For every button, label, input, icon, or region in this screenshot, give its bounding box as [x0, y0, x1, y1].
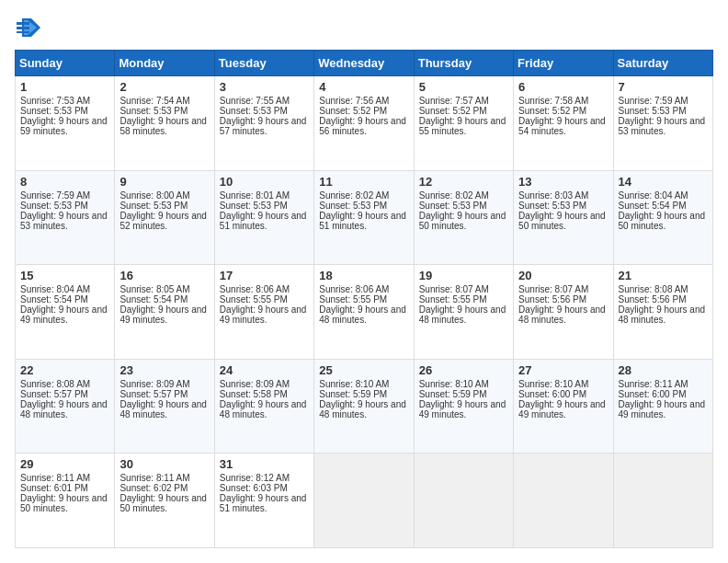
sunrise: Sunrise: 8:08 AM [20, 379, 90, 389]
calendar-cell: 6Sunrise: 7:58 AMSunset: 5:52 PMDaylight… [514, 76, 613, 171]
sunset: Sunset: 5:55 PM [319, 294, 387, 304]
calendar-cell: 8Sunrise: 7:59 AMSunset: 5:53 PMDaylight… [16, 170, 115, 265]
calendar-cell: 5Sunrise: 7:57 AMSunset: 5:52 PMDaylight… [414, 76, 513, 171]
sunset: Sunset: 5:57 PM [20, 389, 88, 399]
calendar-cell: 15Sunrise: 8:04 AMSunset: 5:54 PMDayligh… [16, 265, 115, 360]
weekday-header: Friday [514, 51, 613, 76]
calendar-cell: 10Sunrise: 8:01 AMSunset: 5:53 PMDayligh… [214, 170, 313, 265]
calendar-cell: 7Sunrise: 7:59 AMSunset: 5:53 PMDaylight… [613, 76, 712, 171]
day-number: 22 [20, 363, 109, 377]
sunset: Sunset: 5:59 PM [319, 389, 387, 399]
sunset: Sunset: 5:55 PM [220, 294, 288, 304]
sunrise: Sunrise: 8:09 AM [119, 379, 189, 389]
daylight: Daylight: 9 hours and 48 minutes. [319, 399, 406, 419]
day-number: 15 [20, 269, 109, 282]
calendar-cell: 1Sunrise: 7:53 AMSunset: 5:53 PMDaylight… [16, 76, 115, 171]
calendar-week-row: 1Sunrise: 7:53 AMSunset: 5:53 PMDaylight… [16, 76, 713, 171]
header [15, 15, 713, 40]
sunrise: Sunrise: 8:04 AM [619, 190, 688, 201]
sunrise: Sunrise: 7:56 AM [319, 96, 389, 106]
day-number: 16 [119, 269, 209, 282]
day-number: 7 [619, 80, 708, 94]
calendar-cell: 23Sunrise: 8:09 AMSunset: 5:57 PMDayligh… [115, 359, 214, 454]
sunset: Sunset: 6:03 PM [220, 483, 288, 493]
daylight: Daylight: 9 hours and 48 minutes. [220, 399, 307, 419]
sunset: Sunset: 5:53 PM [20, 201, 88, 211]
day-number: 14 [619, 175, 708, 189]
day-number: 21 [619, 269, 708, 282]
sunrise: Sunrise: 7:54 AM [119, 96, 189, 106]
sunset: Sunset: 5:54 PM [20, 294, 88, 304]
sunset: Sunset: 5:53 PM [119, 106, 188, 116]
daylight: Daylight: 9 hours and 50 minutes. [119, 493, 207, 513]
calendar-table: SundayMondayTuesdayWednesdayThursdayFrid… [15, 50, 713, 548]
calendar-cell: 21Sunrise: 8:08 AMSunset: 5:56 PMDayligh… [613, 265, 712, 360]
calendar-header: SundayMondayTuesdayWednesdayThursdayFrid… [16, 51, 713, 76]
daylight: Daylight: 9 hours and 50 minutes. [20, 493, 108, 513]
weekday-header: Monday [115, 51, 214, 76]
calendar-cell: 25Sunrise: 8:10 AMSunset: 5:59 PMDayligh… [314, 359, 414, 454]
calendar-cell [514, 454, 613, 548]
calendar-cell: 20Sunrise: 8:07 AMSunset: 5:56 PMDayligh… [514, 265, 613, 360]
sunset: Sunset: 5:53 PM [20, 106, 88, 116]
weekday-header: Saturday [613, 51, 712, 76]
sunrise: Sunrise: 7:53 AM [20, 96, 90, 106]
calendar-cell: 3Sunrise: 7:55 AMSunset: 5:53 PMDaylight… [214, 76, 313, 171]
day-number: 11 [319, 175, 408, 189]
sunset: Sunset: 5:52 PM [319, 106, 387, 116]
day-number: 2 [119, 80, 209, 94]
weekday-header: Sunday [16, 51, 115, 76]
sunset: Sunset: 6:01 PM [20, 483, 88, 493]
daylight: Daylight: 9 hours and 54 minutes. [518, 116, 606, 136]
daylight: Daylight: 9 hours and 48 minutes. [319, 304, 406, 325]
day-number: 9 [119, 175, 209, 189]
calendar-cell: 4Sunrise: 7:56 AMSunset: 5:52 PMDaylight… [314, 76, 414, 171]
sunset: Sunset: 5:59 PM [419, 389, 487, 399]
sunset: Sunset: 6:00 PM [619, 389, 687, 399]
sunrise: Sunrise: 8:09 AM [220, 379, 290, 389]
sunrise: Sunrise: 8:10 AM [319, 379, 389, 389]
sunrise: Sunrise: 8:07 AM [419, 284, 489, 294]
sunset: Sunset: 5:53 PM [220, 201, 288, 211]
day-number: 18 [319, 269, 408, 282]
sunset: Sunset: 5:56 PM [619, 294, 687, 304]
sunrise: Sunrise: 8:07 AM [518, 284, 588, 294]
daylight: Daylight: 9 hours and 49 minutes. [419, 399, 506, 419]
daylight: Daylight: 9 hours and 55 minutes. [419, 116, 506, 136]
daylight: Daylight: 9 hours and 48 minutes. [619, 304, 706, 325]
day-number: 28 [619, 363, 708, 377]
sunset: Sunset: 5:53 PM [220, 106, 288, 116]
calendar-cell: 19Sunrise: 8:07 AMSunset: 5:55 PMDayligh… [414, 265, 513, 360]
calendar-cell: 14Sunrise: 8:04 AMSunset: 5:54 PMDayligh… [613, 170, 712, 265]
sunset: Sunset: 5:53 PM [419, 201, 487, 211]
sunset: Sunset: 5:52 PM [419, 106, 487, 116]
sunrise: Sunrise: 7:59 AM [20, 190, 90, 201]
sunset: Sunset: 5:53 PM [119, 201, 188, 211]
sunrise: Sunrise: 8:08 AM [619, 284, 688, 294]
day-number: 19 [419, 269, 508, 282]
daylight: Daylight: 9 hours and 51 minutes. [220, 211, 307, 231]
svg-rect-4 [17, 27, 29, 29]
day-number: 30 [119, 457, 209, 471]
day-number: 27 [518, 363, 608, 377]
day-number: 3 [220, 80, 309, 94]
day-number: 29 [20, 457, 109, 471]
day-number: 23 [119, 363, 209, 377]
sunset: Sunset: 6:00 PM [518, 389, 586, 399]
sunset: Sunset: 5:55 PM [419, 294, 487, 304]
day-number: 24 [220, 363, 309, 377]
daylight: Daylight: 9 hours and 59 minutes. [20, 116, 108, 136]
sunrise: Sunrise: 8:11 AM [119, 473, 189, 483]
calendar-week-row: 22Sunrise: 8:08 AMSunset: 5:57 PMDayligh… [16, 359, 713, 454]
calendar-cell: 18Sunrise: 8:06 AMSunset: 5:55 PMDayligh… [314, 265, 414, 360]
calendar-week-row: 15Sunrise: 8:04 AMSunset: 5:54 PMDayligh… [16, 265, 713, 360]
day-number: 8 [20, 175, 109, 189]
daylight: Daylight: 9 hours and 58 minutes. [119, 116, 207, 136]
calendar-week-row: 8Sunrise: 7:59 AMSunset: 5:53 PMDaylight… [16, 170, 713, 265]
daylight: Daylight: 9 hours and 56 minutes. [319, 116, 406, 136]
sunset: Sunset: 5:53 PM [319, 201, 387, 211]
daylight: Daylight: 9 hours and 49 minutes. [220, 304, 307, 325]
sunrise: Sunrise: 8:05 AM [119, 284, 189, 294]
sunrise: Sunrise: 8:03 AM [518, 190, 588, 201]
sunset: Sunset: 5:53 PM [518, 201, 586, 211]
